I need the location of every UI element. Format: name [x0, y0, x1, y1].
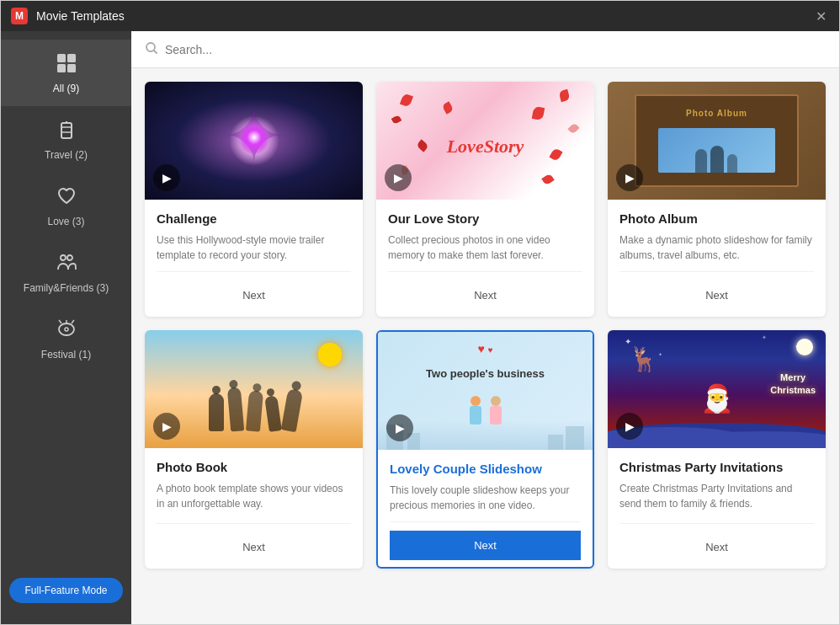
card-footer-love: Next	[388, 271, 582, 310]
main-area: All (9) Travel (2)	[1, 31, 839, 624]
next-button-christmas[interactable]: Next	[619, 532, 814, 562]
family-icon	[55, 251, 78, 278]
sidebar: All (9) Travel (2)	[1, 31, 131, 624]
template-card-photobook: ▶ Photo Book A photo book template shows…	[145, 330, 363, 569]
template-grid: ✦ ▶ Challenge Use this Hollywood-style m…	[131, 68, 839, 624]
movie-templates-window: M Movie Templates ✕ All (9)	[0, 0, 840, 625]
card-title-couple: Lovely Couple Slideshow	[390, 462, 581, 476]
card-body-photobook: Photo Book A photo book template shows y…	[145, 448, 363, 569]
card-desc-photobook: A photo book template shows your videos …	[157, 481, 351, 515]
svg-rect-2	[57, 64, 66, 72]
app-icon: M	[11, 8, 28, 24]
template-card-couple: ♥ ♥ Two people's business	[376, 330, 594, 569]
search-icon	[145, 41, 158, 57]
thumbnail-love: LoveStory ▶	[376, 82, 594, 200]
window-title: Movie Templates	[36, 9, 812, 23]
next-button-love[interactable]: Next	[388, 280, 582, 310]
card-footer-challenge: Next	[157, 271, 351, 310]
sidebar-label-all: All (9)	[53, 83, 79, 94]
thumbnail-couple: ♥ ♥ Two people's business	[378, 332, 593, 450]
play-button-photobook[interactable]: ▶	[153, 413, 180, 440]
thumbnail-challenge: ✦ ▶	[145, 82, 363, 200]
next-button-challenge[interactable]: Next	[157, 280, 351, 310]
play-button-challenge[interactable]: ▶	[153, 164, 180, 191]
play-button-christmas[interactable]: ▶	[616, 413, 643, 440]
card-desc-couple: This lovely couple slideshow keeps your …	[390, 483, 581, 513]
next-button-album[interactable]: Next	[619, 280, 814, 310]
card-desc-love: Collect precious photos in one video mem…	[388, 232, 582, 263]
search-bar	[131, 31, 839, 68]
card-footer-album: Next	[619, 271, 814, 310]
play-button-couple[interactable]: ▶	[386, 414, 413, 441]
play-button-album[interactable]: ▶	[616, 164, 643, 191]
template-card-christmas: ✦ ✦ ✦ ✦ 🦌 🎅 MerryChristmas	[608, 330, 826, 569]
template-card-challenge: ✦ ▶ Challenge Use this Hollywood-style m…	[145, 82, 363, 317]
card-footer-couple: Next	[390, 521, 581, 560]
search-input[interactable]	[165, 43, 826, 56]
thumbnail-christmas: ✦ ✦ ✦ ✦ 🦌 🎅 MerryChristmas	[608, 330, 826, 448]
svg-point-11	[65, 328, 68, 331]
sidebar-label-festival: Festival (1)	[41, 349, 91, 361]
sidebar-label-family: Family&Friends (3)	[24, 282, 109, 294]
card-title-christmas: Christmas Party Invitations	[619, 460, 814, 474]
travel-icon	[55, 118, 78, 145]
sidebar-label-travel: Travel (2)	[45, 149, 88, 161]
card-body-love: Our Love Story Collect precious photos i…	[376, 200, 594, 317]
all-icon	[55, 51, 78, 78]
card-desc-christmas: Create Christmas Party Invitations and s…	[619, 481, 814, 515]
card-title-photobook: Photo Book	[157, 460, 351, 474]
template-card-album: Photo Album	[608, 82, 826, 317]
thumbnail-photobook: ▶	[145, 330, 363, 448]
thumbnail-album: Photo Album	[608, 82, 826, 200]
close-button[interactable]: ✕	[812, 8, 829, 24]
card-body-christmas: Christmas Party Invitations Create Chris…	[608, 448, 826, 569]
sidebar-item-love[interactable]: Love (3)	[1, 173, 131, 239]
svg-rect-0	[57, 54, 66, 62]
template-card-love: LoveStory ▶ Our Love Story Collect preci…	[376, 82, 594, 317]
card-title-challenge: Challenge	[157, 211, 351, 226]
card-desc-album: Make a dynamic photo slideshow for famil…	[619, 232, 814, 263]
next-button-couple[interactable]: Next	[390, 531, 581, 560]
titlebar: M Movie Templates ✕	[1, 1, 839, 31]
sidebar-item-travel[interactable]: Travel (2)	[1, 106, 131, 173]
card-body-challenge: Challenge Use this Hollywood-style movie…	[145, 200, 363, 317]
sidebar-item-festival[interactable]: Festival (1)	[1, 306, 131, 372]
card-title-album: Photo Album	[619, 211, 814, 226]
sidebar-item-family[interactable]: Family&Friends (3)	[1, 239, 131, 306]
svg-rect-4	[61, 123, 72, 138]
card-body-album: Photo Album Make a dynamic photo slidesh…	[608, 200, 826, 317]
svg-point-8	[61, 255, 66, 260]
card-desc-challenge: Use this Hollywood-style movie trailer t…	[157, 232, 351, 263]
svg-point-10	[59, 323, 74, 335]
play-button-love[interactable]: ▶	[385, 164, 412, 191]
sidebar-bottom: Full-Feature Mode	[1, 565, 131, 616]
love-icon	[55, 184, 78, 211]
card-body-couple: Lovely Couple Slideshow This lovely coup…	[378, 450, 593, 567]
svg-point-9	[67, 255, 72, 260]
content-area: ✦ ▶ Challenge Use this Hollywood-style m…	[131, 31, 839, 624]
next-button-photobook[interactable]: Next	[157, 532, 351, 562]
card-footer-photobook: Next	[157, 523, 351, 562]
svg-line-13	[154, 51, 157, 53]
sidebar-label-love: Love (3)	[47, 216, 84, 227]
svg-rect-1	[67, 54, 76, 62]
svg-rect-3	[67, 64, 76, 72]
card-title-love: Our Love Story	[388, 211, 582, 226]
sidebar-item-all[interactable]: All (9)	[1, 40, 131, 106]
festival-icon	[55, 318, 78, 345]
card-footer-christmas: Next	[619, 523, 814, 562]
full-feature-button[interactable]: Full-Feature Mode	[9, 578, 123, 603]
